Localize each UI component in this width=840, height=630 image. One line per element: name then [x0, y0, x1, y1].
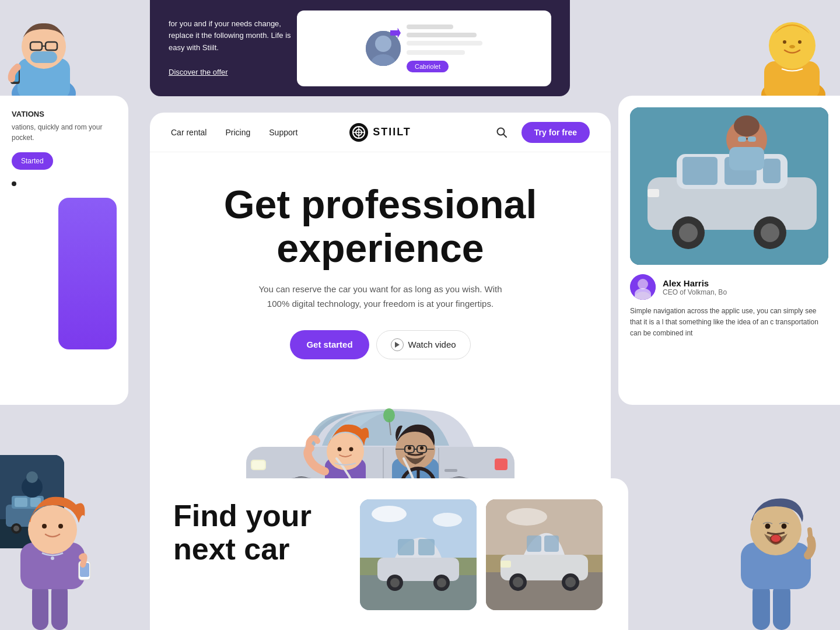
top-strip-card: for you and if your needs change, replac…	[150, 0, 570, 96]
svg-rect-100	[418, 539, 435, 555]
nav-pricing[interactable]: Pricing	[225, 128, 250, 137]
top-strip-body: for you and if your needs change, replac…	[169, 19, 291, 52]
right-photo	[630, 107, 828, 265]
try-free-button[interactable]: Try for free	[522, 122, 590, 143]
watch-video-button[interactable]: Watch video	[376, 330, 471, 359]
svg-point-86	[420, 446, 424, 450]
mockup-line-3	[407, 41, 482, 46]
discover-link[interactable]: Discover the offer	[169, 68, 228, 76]
svg-rect-40	[648, 189, 659, 197]
svg-point-85	[408, 446, 411, 450]
svg-rect-42	[729, 147, 764, 170]
svg-point-97	[433, 513, 462, 527]
right-photo-svg	[630, 107, 828, 265]
car-card-2[interactable]	[486, 499, 603, 610]
nav-right: Try for free	[450, 122, 590, 143]
svg-marker-56	[395, 342, 400, 348]
svg-point-130	[750, 504, 802, 555]
play-triangle	[395, 342, 400, 348]
svg-point-15	[783, 40, 786, 44]
mockup-line-1	[407, 24, 453, 29]
svg-point-96	[372, 506, 407, 522]
hero-subtitle: You can reserve the car you want for as …	[258, 282, 503, 312]
svg-rect-118	[32, 583, 48, 630]
svg-point-104	[437, 578, 446, 587]
watch-video-label: Watch video	[408, 340, 456, 349]
svg-line-55	[503, 134, 506, 137]
svg-rect-112	[544, 536, 559, 552]
svg-point-132	[782, 524, 787, 529]
char-man-svg	[712, 467, 840, 630]
search-button[interactable]	[491, 122, 512, 143]
nav-car-rental[interactable]: Car rental	[171, 128, 206, 137]
svg-rect-127	[752, 583, 770, 630]
mockup-pill-wrapper	[407, 41, 482, 55]
reviewer-row: Alex Harris CEO of Volkman, Bo	[630, 274, 828, 300]
svg-point-49	[635, 292, 651, 300]
svg-point-114	[513, 577, 523, 587]
svg-point-39	[761, 223, 779, 242]
svg-point-123	[58, 524, 63, 528]
nav-support[interactable]: Support	[269, 128, 298, 137]
svg-point-134	[771, 535, 780, 542]
svg-point-37	[679, 223, 698, 242]
svg-rect-70	[444, 469, 457, 472]
get-started-button[interactable]: Get started	[290, 330, 369, 359]
svg-point-102	[390, 578, 400, 587]
svg-point-131	[765, 524, 771, 529]
svg-point-121	[28, 505, 77, 554]
svg-rect-9	[30, 51, 57, 63]
svg-rect-67	[252, 461, 265, 469]
character-yellow-svg	[723, 0, 840, 102]
find-title-text: Find yournext car	[173, 499, 312, 566]
svg-rect-99	[398, 539, 414, 555]
reviewer-quote: Simple navigation across the applic use,…	[630, 306, 828, 340]
left-panel: VATIONS vations, quickly and rom your po…	[0, 96, 128, 405]
logo-svg	[352, 126, 365, 139]
logo-text: STIILT	[373, 126, 411, 138]
svg-point-124	[51, 556, 54, 560]
svg-rect-117	[501, 561, 511, 568]
svg-point-1	[375, 36, 391, 52]
mockup-inner: Cabriolet	[366, 24, 482, 72]
mockup-avatar	[366, 31, 401, 66]
bottom-section: Find yournext car	[150, 478, 628, 630]
char-girl-svg	[0, 467, 105, 630]
svg-point-109	[506, 508, 547, 526]
left-panel-title: VATIONS	[12, 110, 117, 118]
left-panel-dot	[12, 181, 16, 186]
svg-point-76	[338, 447, 342, 451]
nav-links: Car rental Pricing Support	[171, 128, 310, 137]
top-strip-mockup: Cabriolet	[297, 10, 551, 86]
reviewer-info: Alex Harris CEO of Volkman, Bo	[663, 278, 727, 296]
car-card-2-svg	[486, 499, 603, 610]
top-strip-text: for you and if your needs change, replac…	[169, 18, 297, 79]
svg-point-48	[638, 279, 648, 289]
svg-rect-35	[763, 159, 780, 183]
hero-buttons: Get started Watch video	[171, 330, 590, 359]
left-panel-purple-block	[58, 198, 117, 349]
svg-rect-44	[738, 136, 746, 142]
main-card: Car rental Pricing Support STIILT	[150, 113, 611, 517]
character-bottom-left	[0, 467, 105, 630]
mockup-line-4	[407, 50, 465, 55]
character-bottom-right	[712, 467, 840, 630]
svg-rect-111	[527, 536, 541, 552]
mockup-line-2	[407, 33, 477, 37]
character-top-right	[712, 0, 840, 102]
hero-title: Get professionalexperience	[171, 183, 590, 270]
reviewer-title: CEO of Volkman, Bo	[663, 288, 727, 296]
character-top-left	[0, 0, 117, 102]
svg-point-122	[42, 524, 47, 528]
left-panel-started-btn[interactable]: Started	[12, 152, 53, 170]
find-title: Find yournext car	[173, 499, 337, 566]
car-card-1[interactable]	[360, 499, 477, 610]
svg-rect-119	[51, 583, 68, 630]
svg-point-17	[789, 45, 795, 48]
car-cards-row	[360, 499, 603, 610]
svg-rect-33	[682, 157, 718, 185]
car-card-1-svg	[360, 499, 477, 610]
left-panel-purple-area	[12, 198, 117, 349]
svg-line-135	[810, 530, 811, 540]
left-panel-desc: vations, quickly and rom your pocket.	[12, 122, 117, 143]
